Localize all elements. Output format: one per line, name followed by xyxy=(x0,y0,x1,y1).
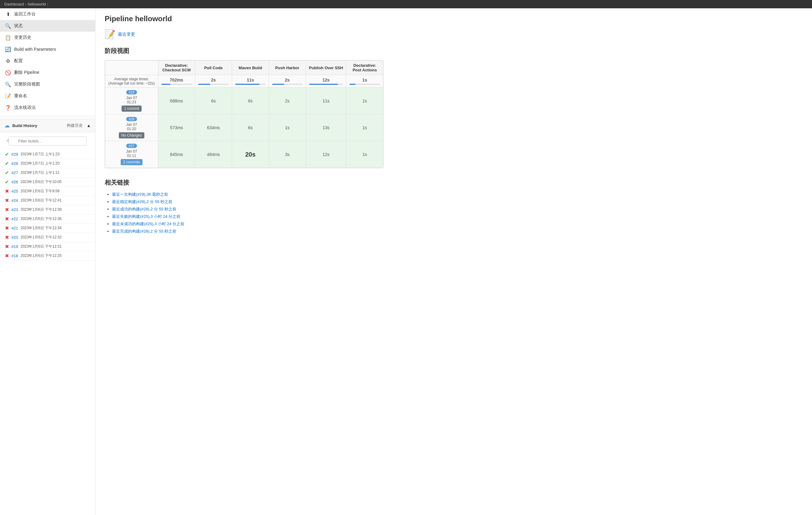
stage-cell-0-2[interactable]: 6s xyxy=(232,88,269,115)
build-item[interactable]: ✖ #19 2023年1月6日 下午12:31 xyxy=(0,242,95,251)
related-link-1[interactable]: 最近稳定构建(#28),2 分 55 秒之前 xyxy=(112,199,173,204)
related-link-3[interactable]: 最近失败的构建(#25),3 小时 24 分之前 xyxy=(112,214,181,219)
sidebar-item-full-stage-view[interactable]: 🔍 完整阶段视图 xyxy=(0,79,95,90)
stage-cell-0-0[interactable]: 688ms xyxy=(158,88,195,115)
build-number[interactable]: #29 xyxy=(11,152,18,157)
build-date: 2023年1月6日 下午9:58 xyxy=(21,189,60,194)
recent-changes-link[interactable]: 最近变更 xyxy=(118,32,135,37)
stage-header-3: Push Harbor xyxy=(269,61,306,75)
avg-bar-fill-3 xyxy=(272,84,284,85)
build-item[interactable]: ✔ #26 2023年1月6日 下午10:05 xyxy=(0,178,95,187)
build-meta-1: #28 Jan 07 01:20 No Changes xyxy=(105,115,158,141)
sidebar-icon-pipeline-syntax: ❓ xyxy=(5,104,11,111)
stage-cell-2-3[interactable]: 3s xyxy=(269,141,306,168)
breadcrumb-helloworld[interactable]: helloworld xyxy=(28,2,46,6)
stage-cell-0-3[interactable]: 2s xyxy=(269,88,306,115)
build-item[interactable]: ✔ #27 2023年1月7日 上午1:11 xyxy=(0,168,95,178)
sidebar-item-build-with-params[interactable]: 🔄 Build with Parameters xyxy=(0,43,95,55)
related-link-0[interactable]: 最近一次构建(#29),36 毫秒之前 xyxy=(112,192,168,196)
sidebar-item-pipeline-syntax[interactable]: ❓ 流水线语法 xyxy=(0,102,95,114)
sidebar-label-status: 状态 xyxy=(14,23,23,29)
commit-btn-0[interactable]: 1 commit xyxy=(122,105,142,112)
build-number[interactable]: #23 xyxy=(11,207,18,212)
sidebar-item-return-workspace[interactable]: ⬆ 返回工作台 xyxy=(0,8,95,20)
avg-time-3: 2s xyxy=(269,75,306,88)
stage-cell-2-5[interactable]: 1s xyxy=(346,141,383,168)
commit-btn-2[interactable]: 2 commits xyxy=(121,159,143,165)
build-number[interactable]: #21 xyxy=(11,226,18,231)
stage-cell-2-1[interactable]: 484ms xyxy=(195,141,232,168)
build-date: 2023年1月6日 下午12:32 xyxy=(21,235,62,240)
avg-bar-1 xyxy=(198,84,229,85)
stage-cell-1-2[interactable]: 6s xyxy=(232,115,269,141)
build-row-0: #29 Jan 07 01:23 1 commit 688ms6s6s2s11s… xyxy=(105,88,383,115)
build-number[interactable]: #20 xyxy=(11,235,18,240)
stage-cell-1-1[interactable]: 634ms xyxy=(195,115,232,141)
stage-cell-0-1[interactable]: 6s xyxy=(195,88,232,115)
sidebar-item-change-history[interactable]: 📋 变更历史 xyxy=(0,32,95,43)
build-date: 2023年1月7日 上午1:23 xyxy=(21,152,60,157)
stage-cell-1-5[interactable]: 1s xyxy=(346,115,383,141)
stage-cell-2-2[interactable]: 20s xyxy=(232,141,269,168)
stage-val-2-5: 1s xyxy=(362,152,367,157)
stage-val-2-1: 484ms xyxy=(207,152,220,157)
success-icon: ✔ xyxy=(5,179,9,185)
sidebar: ⬆ 返回工作台🔍 状态📋 变更历史🔄 Build with Parameters… xyxy=(0,8,95,515)
build-item[interactable]: ✔ #28 2023年1月7日 上午1:20 xyxy=(0,159,95,168)
build-number[interactable]: #25 xyxy=(11,189,18,193)
stage-cell-2-4[interactable]: 12s xyxy=(306,141,346,168)
stage-cell-0-4[interactable]: 11s xyxy=(306,88,346,115)
stage-cell-1-4[interactable]: 13s xyxy=(306,115,346,141)
related-link-item: 最近未成功的构建(#25),3 小时 24 分之前 xyxy=(112,221,803,227)
build-number[interactable]: #18 xyxy=(11,253,18,258)
build-item[interactable]: ✖ #23 2023年1月6日 下午12:39 xyxy=(0,205,95,214)
build-number[interactable]: #27 xyxy=(11,171,18,175)
stage-val-0-1: 6s xyxy=(211,98,216,103)
build-item[interactable]: ✔ #29 2023年1月7日 上午1:23 xyxy=(0,150,95,159)
avg-bar-fill-1 xyxy=(198,84,210,85)
build-item[interactable]: ✖ #18 2023年1月6日 下午12:25 xyxy=(0,251,95,261)
build-number[interactable]: #24 xyxy=(11,198,18,203)
build-tag-1: #28 xyxy=(126,117,137,121)
filter-builds-input[interactable] xyxy=(9,137,87,146)
avg-bar-fill-2 xyxy=(235,84,260,85)
related-link-2[interactable]: 最近成功的构建(#28),2 分 55 秒之前 xyxy=(112,207,177,211)
build-item[interactable]: ✖ #21 2023年1月6日 下午12:34 xyxy=(0,224,95,233)
stage-cell-1-3[interactable]: 1s xyxy=(269,115,306,141)
build-number[interactable]: #22 xyxy=(11,217,18,221)
build-list: ✔ #29 2023年1月7日 上午1:23✔ #28 2023年1月7日 上午… xyxy=(0,150,95,261)
sidebar-item-config[interactable]: ⚙ 配置 xyxy=(0,55,95,67)
sidebar-item-delete-pipeline[interactable]: 🚫 删除 Pipeline xyxy=(0,67,95,79)
avg-label-line1: Average stage times: xyxy=(114,77,149,81)
build-date: 2023年1月6日 下午12:41 xyxy=(21,198,62,203)
stage-header-4: Publish Over SSH xyxy=(306,61,346,75)
build-number[interactable]: #26 xyxy=(11,180,18,184)
avg-time-1: 2s xyxy=(195,75,232,88)
avg-time-2: 11s xyxy=(232,75,269,88)
stage-val-0-2: 6s xyxy=(248,98,253,103)
stage-cell-1-0[interactable]: 573ms xyxy=(158,115,195,141)
build-meta-date-1: Jan 07 xyxy=(126,122,137,127)
build-date: 2023年1月6日 下午12:36 xyxy=(21,216,62,221)
stage-cell-0-5[interactable]: 1s xyxy=(346,88,383,115)
breadcrumb-dashboard[interactable]: Dashboard xyxy=(4,2,24,6)
sidebar-item-status[interactable]: 🔍 状态 xyxy=(0,20,95,32)
sidebar-item-rename[interactable]: 📝 重命名 xyxy=(0,90,95,102)
related-link-5[interactable]: 最近完成的构建(#28),2 分 55 秒之前 xyxy=(112,229,177,234)
commit-btn-1[interactable]: No Changes xyxy=(119,132,144,139)
related-link-4[interactable]: 最近未成功的构建(#25),3 小时 24 分之前 xyxy=(112,221,185,226)
stage-cell-2-0[interactable]: 845ms xyxy=(158,141,195,168)
build-tag-0: #29 xyxy=(126,90,137,94)
collapse-icon[interactable]: ▲ xyxy=(87,123,91,128)
build-number[interactable]: #28 xyxy=(11,161,18,166)
stage-val-0-5: 1s xyxy=(362,98,367,103)
build-tag-2: #27 xyxy=(126,144,137,148)
build-item[interactable]: ✖ #24 2023年1月6日 下午12:41 xyxy=(0,196,95,205)
build-item[interactable]: ✖ #25 2023年1月6日 下午9:58 xyxy=(0,187,95,196)
avg-time-val-5: 1s xyxy=(349,78,380,83)
stage-val-1-0: 573ms xyxy=(170,125,183,130)
build-item[interactable]: ✖ #20 2023年1月6日 下午12:32 xyxy=(0,233,95,242)
top-nav: Dashboard › helloworld › xyxy=(0,0,812,8)
build-item[interactable]: ✖ #22 2023年1月6日 下午12:36 xyxy=(0,214,95,224)
build-number[interactable]: #19 xyxy=(11,244,18,249)
